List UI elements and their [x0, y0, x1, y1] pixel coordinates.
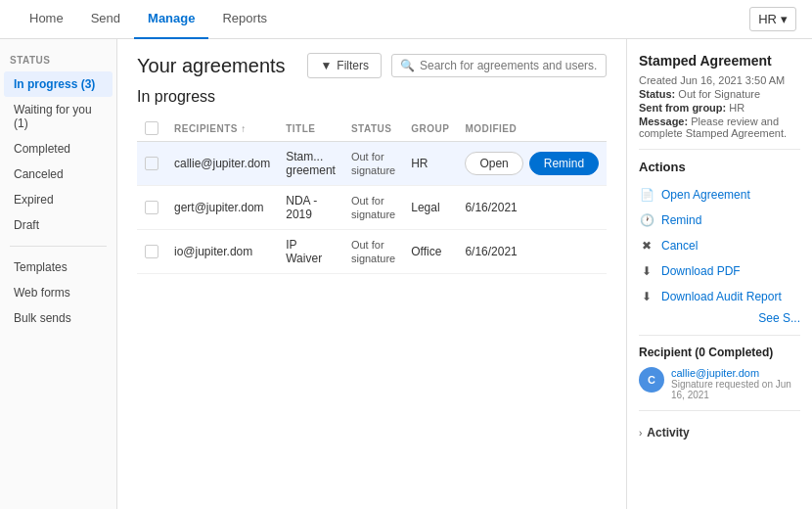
table-row[interactable]: callie@jupiter.dom Stam... greement Out … [137, 142, 607, 186]
sidebar-item-completed[interactable]: Completed [4, 136, 113, 162]
row-checkbox-cell [137, 186, 166, 230]
user-menu-button[interactable]: HR ▾ [749, 7, 796, 31]
activity-section[interactable]: › Activity [639, 421, 800, 444]
sidebar-item-in-progress[interactable]: In progress (3) [4, 71, 113, 97]
filter-label: Filters [337, 59, 369, 72]
col-title: TITLE [278, 116, 343, 142]
row-modified: 6/16/2021 [457, 186, 607, 230]
row-checkbox[interactable] [145, 157, 158, 170]
user-label: HR [758, 12, 777, 26]
content-header: Your agreements ▼ Filters 🔍 [117, 39, 626, 88]
doc-icon: 📄 [639, 187, 654, 203]
open-agreement-button[interactable]: Open [465, 152, 522, 175]
action-label-cancel: Cancel [661, 239, 698, 253]
clock-icon: 🕐 [639, 212, 654, 228]
sidebar-divider [10, 246, 107, 247]
filter-button[interactable]: ▼ Filters [307, 53, 382, 78]
action-label-remind: Remind [661, 213, 701, 227]
row-actions: Open Remind [465, 152, 599, 175]
row-status: Out for signature [343, 230, 403, 274]
see-all-button[interactable]: See S... [639, 311, 800, 325]
recipient-info: callie@jupiter.dom Signature requested o… [671, 367, 800, 400]
top-navigation: Home Send Manage Reports HR ▾ [0, 0, 812, 39]
row-status: Out for signature [343, 142, 403, 186]
row-modified: Open Remind [457, 142, 607, 186]
table-container: In progress RECIPIENTS ↑ TITLE STATUS GR… [117, 88, 626, 509]
right-panel: Stamped Agreement Created Jun 16, 2021 3… [626, 39, 812, 509]
sort-icon: ↑ [241, 123, 247, 134]
remind-button[interactable]: Remind [529, 152, 599, 175]
action-cancel[interactable]: ✖ Cancel [639, 233, 800, 258]
recipient-email[interactable]: callie@jupiter.dom [671, 367, 800, 379]
recipient-status-text: Signature requested on Jun 16, 2021 [671, 379, 800, 400]
recipient-section-title: Recipient (0 Completed) [639, 346, 800, 359]
row-status: Out for signature [343, 186, 403, 230]
row-recipient: gert@jupiter.dom [166, 186, 278, 230]
select-all-checkbox[interactable] [145, 121, 158, 135]
col-recipients: RECIPIENTS ↑ [166, 116, 278, 142]
recipient-item: C callie@jupiter.dom Signature requested… [639, 367, 800, 400]
panel-divider-1 [639, 149, 800, 150]
agreements-table: RECIPIENTS ↑ TITLE STATUS GROUP MODIFIED… [137, 116, 607, 274]
table-row[interactable]: io@jupiter.dom IP Waiver Out for signatu… [137, 230, 607, 274]
row-title: Stam... greement [278, 142, 343, 186]
panel-divider-3 [639, 410, 800, 411]
row-checkbox-cell [137, 142, 166, 186]
filter-icon: ▼ [320, 59, 332, 72]
col-modified: MODIFIED [457, 116, 607, 142]
chevron-down-icon: ▾ [781, 12, 788, 26]
main-layout: STATUS In progress (3) Waiting for you (… [0, 39, 812, 509]
section-title: In progress [137, 88, 607, 106]
row-title: NDA - 2019 [278, 186, 343, 230]
row-group: HR [403, 142, 457, 186]
row-recipient: callie@jupiter.dom [166, 142, 278, 186]
activity-label: Activity [647, 426, 689, 440]
sidebar: STATUS In progress (3) Waiting for you (… [0, 39, 117, 509]
nav-item-send[interactable]: Send [77, 0, 134, 39]
search-box: 🔍 [391, 54, 607, 77]
nav-item-home[interactable]: Home [16, 0, 77, 39]
panel-sent-from: Sent from group: HR [639, 102, 800, 114]
col-checkbox [137, 116, 166, 142]
row-recipient: io@jupiter.dom [166, 230, 278, 274]
row-checkbox[interactable] [145, 201, 158, 214]
panel-message-label: Message: [639, 116, 688, 127]
search-icon: 🔍 [400, 59, 415, 72]
sidebar-item-templates[interactable]: Templates [4, 254, 113, 280]
sidebar-item-waiting-for-you[interactable]: Waiting for you (1) [4, 97, 113, 136]
row-checkbox[interactable] [145, 245, 158, 258]
download-pdf-icon: ⬇ [639, 263, 654, 279]
action-download-audit[interactable]: ⬇ Download Audit Report [639, 284, 800, 309]
panel-message: Message: Please review and complete Stam… [639, 116, 800, 139]
sidebar-item-web-forms[interactable]: Web forms [4, 280, 113, 305]
panel-status-label: Status: [639, 88, 675, 100]
nav-item-manage[interactable]: Manage [134, 0, 208, 39]
panel-status-value: Out for Signature [678, 88, 760, 100]
panel-sent-from-value: HR [729, 102, 744, 114]
sidebar-item-expired[interactable]: Expired [4, 187, 113, 212]
sidebar-item-canceled[interactable]: Canceled [4, 162, 113, 187]
sidebar-item-draft[interactable]: Draft [4, 212, 113, 238]
panel-divider-2 [639, 335, 800, 336]
avatar-initials: C [648, 374, 655, 386]
panel-created: Created Jun 16, 2021 3:50 AM [639, 74, 800, 86]
panel-status: Status: Out for Signature [639, 88, 800, 100]
action-label-download-audit: Download Audit Report [661, 290, 782, 303]
table-header-row: RECIPIENTS ↑ TITLE STATUS GROUP MODIFIED [137, 116, 607, 142]
col-status: STATUS [343, 116, 403, 142]
panel-sent-from-label: Sent from group: [639, 102, 726, 114]
panel-agreement-title: Stamped Agreement [639, 53, 800, 69]
row-modified: 6/16/2021 [457, 230, 607, 274]
action-open-agreement[interactable]: 📄 Open Agreement [639, 182, 800, 208]
action-download-pdf[interactable]: ⬇ Download PDF [639, 258, 800, 284]
x-circle-icon: ✖ [639, 238, 654, 254]
recipient-avatar: C [639, 367, 664, 393]
sidebar-item-bulk-sends[interactable]: Bulk sends [4, 305, 113, 331]
download-audit-icon: ⬇ [639, 289, 654, 304]
table-row[interactable]: gert@jupiter.dom NDA - 2019 Out for sign… [137, 186, 607, 230]
search-input[interactable] [420, 59, 598, 72]
nav-item-reports[interactable]: Reports [208, 0, 281, 39]
action-remind[interactable]: 🕐 Remind [639, 208, 800, 233]
action-label-download-pdf: Download PDF [661, 264, 741, 278]
row-checkbox-cell [137, 230, 166, 274]
